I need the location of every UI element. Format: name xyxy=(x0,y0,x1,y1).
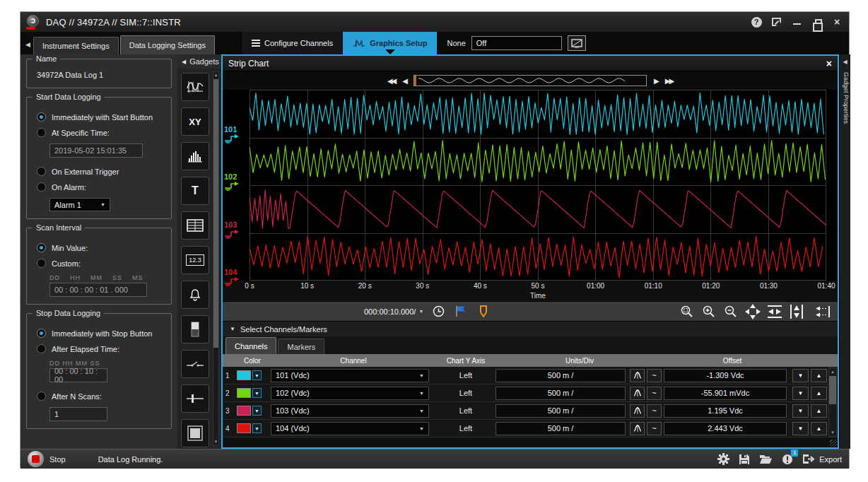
offset-decrease-button[interactable]: ▼ xyxy=(792,422,809,435)
scroll-down-icon[interactable]: ▼ xyxy=(213,439,218,445)
scroll-down-icon[interactable]: ▼ xyxy=(829,429,836,436)
channel-select[interactable]: 103 (Vdc)▼ xyxy=(271,404,429,418)
zoom-out-button[interactable] xyxy=(723,304,739,319)
gadget-resize-grip[interactable] xyxy=(830,440,837,447)
minimize-button[interactable] xyxy=(790,16,804,28)
scroll-up-icon[interactable]: ▲ xyxy=(213,72,218,78)
tab-instrument-settings[interactable]: Instrument Settings xyxy=(33,37,119,54)
tab-channels[interactable]: Channels xyxy=(225,337,276,354)
scroll-up-icon[interactable]: ▲ xyxy=(829,368,836,375)
radio-scan-custom[interactable]: Custom: xyxy=(37,259,161,268)
autoscale-button[interactable] xyxy=(630,404,645,418)
open-button[interactable] xyxy=(759,454,773,464)
alarm-select[interactable]: Alarm 1▼ xyxy=(49,198,110,211)
tab-graphics-setup[interactable]: Graphics Setup xyxy=(343,32,437,54)
gadget-histogram-button[interactable] xyxy=(181,142,209,170)
display-capture-button[interactable] xyxy=(568,35,586,51)
units-div-field[interactable]: 500 m / xyxy=(495,387,626,400)
units-div-field[interactable]: 500 m / xyxy=(495,369,626,382)
settings-button[interactable] xyxy=(717,453,729,465)
scan-interval-field[interactable]: 00 : 00 : 00 : 01 . 000 xyxy=(49,283,147,297)
ac-coupling-button[interactable]: ~ xyxy=(647,369,662,382)
zoom-box-button[interactable] xyxy=(679,304,695,319)
radio-start-specific-time[interactable]: At Specific Time: xyxy=(37,128,161,137)
scroll-forward-button[interactable]: ▶ xyxy=(654,77,658,85)
channel-select[interactable]: 104 (Vdc)▼ xyxy=(271,422,429,435)
offset-field[interactable]: -1.309 Vdc xyxy=(664,369,787,382)
color-dropdown-button[interactable]: ▼ xyxy=(252,370,262,380)
color-dropdown-button[interactable]: ▼ xyxy=(252,406,262,416)
autoscale-button[interactable] xyxy=(630,387,645,400)
scroll-back-button[interactable]: ◀ xyxy=(402,77,406,85)
offset-field[interactable]: -55.901 mVdc xyxy=(664,387,787,400)
scrollbar-thumb[interactable] xyxy=(213,79,218,348)
tab-markers[interactable]: Markers xyxy=(278,339,324,354)
collapse-left-icon[interactable]: ◀ xyxy=(25,41,30,48)
table-scrollbar[interactable]: ▲ ▼ xyxy=(828,368,837,437)
gadgets-scrollbar[interactable]: ▲ ▼ xyxy=(213,71,219,446)
ac-coupling-button[interactable]: ~ xyxy=(647,422,662,435)
add-shield-marker-button[interactable] xyxy=(476,304,491,319)
chart-plot-area[interactable]: 101 102 103 xyxy=(223,90,838,281)
strip-chart-titlebar[interactable]: Strip Chart × xyxy=(223,56,838,71)
ac-coupling-button[interactable]: ~ xyxy=(647,387,662,400)
export-button[interactable]: Export xyxy=(802,454,842,464)
fit-all-button[interactable] xyxy=(745,304,761,319)
gadget-toggle-button[interactable] xyxy=(181,315,209,343)
select-channels-header[interactable]: ▼ Select Channels/Markers xyxy=(223,321,838,336)
restore-button[interactable] xyxy=(811,16,823,28)
gadget-switch-button[interactable] xyxy=(181,350,209,378)
ac-coupling-button[interactable]: ~ xyxy=(647,404,662,418)
offset-decrease-button[interactable]: ▼ xyxy=(792,387,809,400)
offset-increase-button[interactable]: ▲ xyxy=(811,369,827,382)
chart-overview-scrollbar[interactable] xyxy=(414,75,647,86)
offset-increase-button[interactable]: ▲ xyxy=(811,387,827,400)
pan-to-start-button[interactable] xyxy=(815,304,831,319)
n-scans-field[interactable]: 1 xyxy=(49,407,107,421)
radio-stop-elapsed-time[interactable]: After Elapsed Time: xyxy=(37,344,161,353)
offset-field[interactable]: 2.443 Vdc xyxy=(664,422,787,435)
units-div-field[interactable]: 500 m / xyxy=(495,404,626,418)
gadget-alarm-button[interactable] xyxy=(181,281,209,309)
offset-field[interactable]: 1.195 Vdc xyxy=(664,404,787,418)
offset-decrease-button[interactable]: ▼ xyxy=(792,369,809,382)
save-button[interactable] xyxy=(739,454,750,465)
strip-chart-close-button[interactable]: × xyxy=(826,58,832,69)
channel-select[interactable]: 102 (Vdc)▼ xyxy=(271,387,429,400)
gadget-table-button[interactable] xyxy=(181,211,209,240)
overlay-select[interactable]: Off xyxy=(471,36,562,50)
radio-stop-immediately[interactable]: Immediately with Stop Button xyxy=(37,329,161,338)
gadget-properties-strip[interactable]: ◀ Gadget Properties xyxy=(839,54,850,449)
gadget-slider-button[interactable] xyxy=(181,384,209,413)
add-flag-marker-button[interactable] xyxy=(453,304,469,319)
channel-select[interactable]: 101 (Vdc)▼ xyxy=(271,369,429,382)
tab-configure-channels[interactable]: Configure Channels xyxy=(242,32,343,54)
scroll-last-button[interactable]: ▶▶ xyxy=(665,77,673,85)
autoscale-button[interactable] xyxy=(630,369,645,382)
fit-vertical-button[interactable] xyxy=(789,304,804,319)
gadget-text-button[interactable]: T xyxy=(181,177,209,205)
scroll-first-button[interactable]: ◀◀ xyxy=(387,77,395,85)
stop-button[interactable] xyxy=(28,451,44,467)
radio-start-immediately[interactable]: Immediately with Start Button xyxy=(37,112,161,122)
offset-increase-button[interactable]: ▲ xyxy=(811,404,827,418)
gadget-button-button[interactable] xyxy=(181,419,209,447)
offset-increase-button[interactable]: ▲ xyxy=(811,422,827,435)
autoscale-button[interactable] xyxy=(630,422,645,435)
offset-decrease-button[interactable]: ▼ xyxy=(792,404,809,418)
radio-start-external-trigger[interactable]: On External Trigger xyxy=(37,167,161,176)
help-button[interactable]: ? xyxy=(750,16,763,28)
time-mode-button[interactable] xyxy=(430,304,446,319)
radio-stop-n-scans[interactable]: After N Scans: xyxy=(37,392,161,401)
elapsed-time-field[interactable]: 00 : 00 : 10 : 00 xyxy=(49,368,107,382)
color-dropdown-button[interactable]: ▼ xyxy=(252,423,262,433)
close-button[interactable]: × xyxy=(831,16,843,28)
gadget-numeric-button[interactable]: 12.3 xyxy=(181,246,209,274)
timebase-select[interactable]: 000:00:10.000/ ▼ xyxy=(364,307,423,316)
start-time-field[interactable]: 2019-05-02 15:01:35 xyxy=(49,143,143,158)
radio-scan-min-value[interactable]: Min Value: xyxy=(37,243,161,252)
zoom-in-button[interactable] xyxy=(701,304,717,319)
gadget-strip-chart-button[interactable] xyxy=(181,73,209,101)
radio-start-on-alarm[interactable]: On Alarm: xyxy=(37,182,161,192)
units-div-field[interactable]: 500 m / xyxy=(495,422,626,435)
